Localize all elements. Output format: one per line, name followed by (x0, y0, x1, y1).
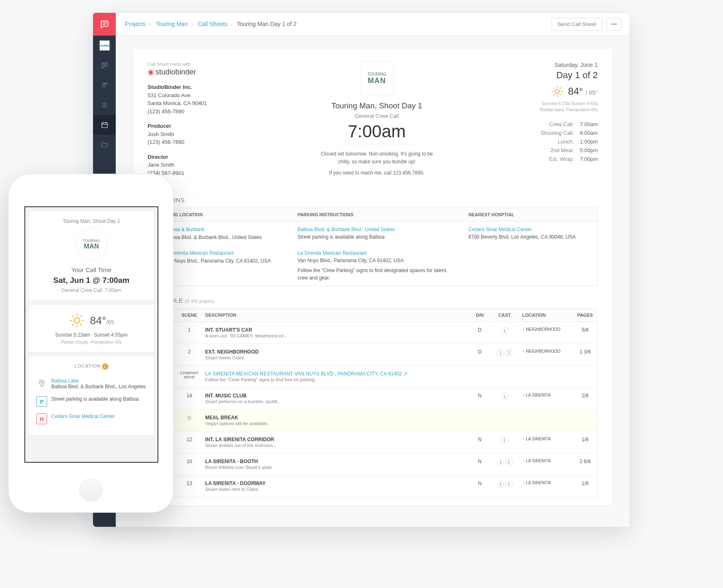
parking-icon: P (36, 396, 47, 407)
schedule-heading: SCHEDULE (5 4/8 pages) (148, 297, 598, 304)
temperature: 84° / 65° (568, 86, 598, 97)
schedule-row: 1:00pm▦MEAL BREAKVegan options will be a… (148, 409, 598, 431)
schedule-row: 8:00am1INT. STUART'S CARA worn-out, '93 … (148, 322, 598, 344)
crumb-project[interactable]: Touring Man (156, 21, 188, 27)
crumb-current: Touring Man Day 1 of 2 (237, 21, 297, 27)
general-crew-call-label: General Crew Call (255, 113, 499, 119)
phone-location-row[interactable]: Balboa LakeBalboa Blvd. & Burbank Blvd.,… (35, 375, 148, 393)
brand-icon[interactable] (93, 13, 116, 36)
your-call-time-label: Your Call Time (35, 266, 148, 273)
hospital-icon: H (36, 414, 47, 424)
sunrise-sunset: Sunrise 5:23a Sunset 4:55p (511, 100, 598, 107)
svg-line-28 (80, 324, 82, 325)
phone-temperature: 84°/65 (90, 314, 115, 327)
nav-calendar-icon[interactable] (93, 115, 116, 135)
nav-project-icon[interactable]: TOURING (93, 36, 116, 55)
sheet-title: Touring Man, Shoot Day 1 (255, 101, 499, 110)
nav-people-icon[interactable] (93, 75, 116, 95)
phone-title: Touring Man, Shoot Day 1 (35, 218, 148, 224)
company-name: StudioBinder Inc. (148, 83, 243, 91)
phone-screen: Touring Man, Shoot Day 1 TOURINGMAN Your… (24, 206, 158, 463)
main-content: Call Sheet made with ◉studiobinder Studi… (116, 36, 630, 527)
phone-call-time: Sat, Jun 1 @ 7:00am (35, 276, 148, 285)
day-of: Day 1 of 2 (511, 70, 598, 81)
phone-parking-row[interactable]: P Street parking is available along Balb… (35, 393, 148, 410)
phone-hospital-row[interactable]: H Cedars-Sinai Medical Center (35, 410, 148, 428)
sheet-note-2: If you need to reach me, call 123.456.78… (315, 169, 439, 177)
svg-rect-2 (102, 63, 104, 68)
parking-link[interactable]: La Sirenita Mexican Restaurant (298, 250, 367, 256)
phone-location-heading: LOCATION1 (35, 363, 148, 370)
phone-mockup: Touring Man, Shoot Day 1 TOURINGMAN Your… (8, 174, 174, 513)
svg-line-21 (560, 88, 561, 89)
nav-boards-icon[interactable] (93, 55, 116, 75)
crumb-projects[interactable]: Projects (125, 21, 146, 27)
parking-link[interactable]: Balboa Blvd. & Burbank Blvd., United Sta… (298, 227, 395, 232)
project-logo: TOURINGMAN (360, 62, 394, 96)
phone-condition: Partial cloudy. Precipiation 0% (35, 339, 148, 344)
svg-line-30 (80, 316, 82, 317)
sun-icon (69, 312, 85, 329)
locations-table: SHOOTING LOCATION PARKING INSTRUCTIONS N… (148, 208, 598, 286)
studiobinder-logo: ◉studiobinder (148, 67, 243, 76)
svg-rect-3 (105, 63, 107, 66)
schedule-row: 6:00pm13LA SIRENITA - DOORWAYStuart slid… (148, 475, 598, 497)
home-button[interactable] (79, 478, 103, 502)
phone-project-logo: TOURINGMAN (75, 228, 107, 261)
schedule-row: 11:00amCOMPANYMOVELA SIRENITA MEXICAN RE… (148, 366, 598, 387)
topbar: Projects› Touring Man› Call Sheets› Tour… (116, 13, 630, 36)
weather-condition: Partial rainy. Precipiation 0% (511, 107, 598, 113)
hospital-link[interactable]: Cedars-Sinai Medical Center (468, 227, 532, 232)
made-with-label: Call Sheet made with (148, 62, 243, 67)
location-link[interactable]: La Sirenita Mexican Restaurant (165, 250, 234, 256)
svg-line-29 (72, 324, 74, 325)
schedule-row: 2:00pm12INT. LA SIRENITA CORRIDORStuart … (148, 431, 598, 453)
svg-line-18 (554, 88, 555, 89)
svg-point-22 (74, 318, 79, 323)
schedule-row: 10:00am2EXT. NEIGHBORHOODStuart meets Cl… (148, 344, 598, 366)
svg-point-5 (105, 83, 107, 84)
pin-icon (36, 378, 47, 389)
sheet-note: Closed set tomorrow. Non-smoking. It's g… (315, 150, 439, 166)
phone-gcc: General Crew Call: 7:00am (35, 287, 148, 293)
svg-line-27 (72, 316, 74, 317)
svg-line-20 (554, 94, 555, 96)
svg-point-13 (555, 89, 560, 94)
nav-folder-icon[interactable] (93, 135, 116, 155)
crumb-section[interactable]: Call Sheets (198, 21, 228, 27)
schedule-row: 12:00pm14INT. MUSIC CLUBStuart performs … (148, 387, 598, 409)
times-list: Crew Call:7:00amShooting Call:8:00amLunc… (511, 120, 598, 163)
send-button[interactable]: Send Call Sheet (551, 18, 602, 31)
locations-heading: LOCATIONS (148, 196, 598, 203)
nav-list-icon[interactable] (93, 95, 116, 115)
svg-line-19 (560, 94, 561, 96)
call-time: 7:00am (338, 122, 415, 144)
svg-rect-9 (102, 123, 107, 128)
svg-point-31 (41, 381, 43, 383)
more-button[interactable]: ••• (606, 18, 621, 31)
svg-point-4 (103, 83, 105, 85)
schedule-row: 3:00pm10LA SIRENITA - BOOTHBlood dribble… (148, 453, 598, 475)
shoot-date: Saturday, June 1 (511, 62, 598, 68)
sun-icon (551, 85, 564, 98)
phone-sunrise-sunset: Sunrise 5:23am · Sunset 4:55pm (35, 332, 148, 338)
schedule-table: TIME SCENE DESCRIPTION D/N CAST LOCATION… (148, 308, 598, 497)
breadcrumb: Projects› Touring Man› Call Sheets› Tour… (124, 21, 296, 27)
